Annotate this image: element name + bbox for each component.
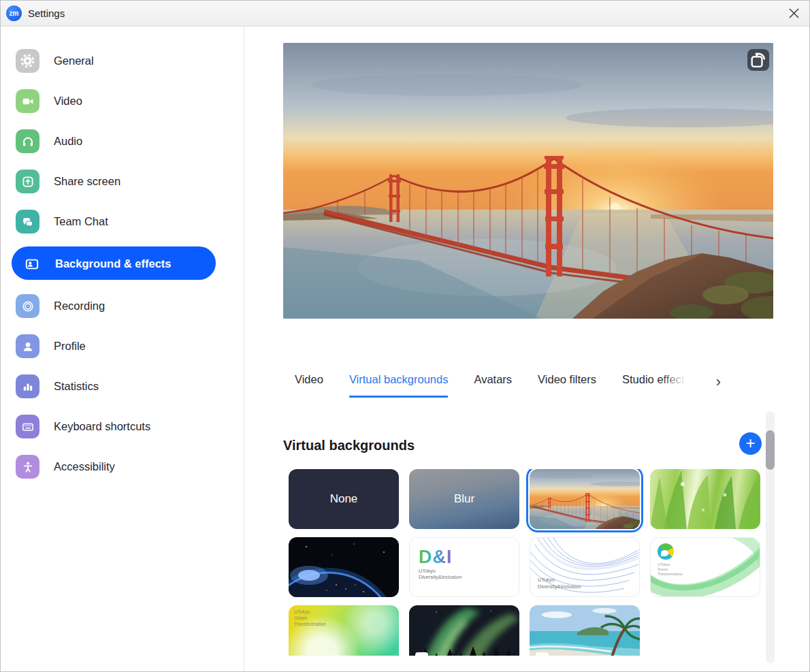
sidebar-item-label: Profile (54, 340, 86, 353)
sidebar: General Video Audio Share screen Team Ch (1, 27, 244, 672)
sidebar-item-background-effects[interactable]: Background & effects (1, 244, 244, 284)
sidebar-item-label: Team Chat (54, 215, 108, 228)
sidebar-item-audio[interactable]: Audio (1, 121, 244, 161)
sidebar-item-share-screen[interactable]: Share screen (1, 161, 244, 202)
sidebar-item-label: Keyboard shortcuts (54, 420, 150, 433)
bar-chart-icon (16, 374, 39, 398)
close-button[interactable] (778, 1, 809, 26)
sidebar-item-label: Background & effects (55, 257, 172, 270)
green-line: Green (658, 567, 683, 572)
virtual-backgrounds-header: Virtual backgrounds + (283, 432, 773, 462)
sidebar-item-team-chat[interactable]: Team Chat (1, 202, 244, 242)
record-icon (16, 294, 39, 318)
gear-icon (16, 49, 39, 73)
grass-thumbnail (650, 469, 760, 529)
chat-bubbles-icon (16, 210, 39, 234)
add-background-button[interactable]: + (739, 432, 762, 455)
utokyo-line: UTokyo (538, 577, 581, 583)
utokyo-green-logo-icon (658, 543, 674, 560)
background-tabs: Video Virtual backgrounds Avatars Video … (283, 365, 780, 398)
sidebar-item-keyboard-shortcuts[interactable]: Keyboard shortcuts (1, 406, 244, 447)
green-line: Green (294, 615, 326, 622)
utokyo-line: UTokyo (294, 609, 326, 615)
main-content: Video Virtual backgrounds Avatars Video … (244, 27, 810, 672)
tab-video[interactable]: Video (295, 373, 323, 398)
sidebar-item-general[interactable]: General (1, 41, 244, 81)
mirror-video-button[interactable] (747, 49, 769, 71)
keyboard-icon (16, 415, 39, 438)
golden-gate-thumbnail (530, 469, 640, 529)
chevron-right-icon[interactable]: › (716, 374, 721, 398)
vb-tile-grass[interactable] (650, 469, 760, 529)
utokyo-line: UTokyo (658, 562, 683, 567)
utokyo-line: UTokyo (419, 568, 461, 574)
headphones-icon (16, 129, 39, 153)
section-title: Virtual backgrounds (283, 438, 415, 453)
diversity-line: Diversity&Inclusion (419, 574, 461, 580)
tab-video-filters[interactable]: Video filters (538, 373, 596, 398)
sidebar-item-label: Audio (54, 135, 82, 148)
background-preview-image (283, 43, 773, 319)
green-arc-text-block: UTokyo Green Transformation (658, 562, 683, 577)
dni-logo-block: D&I UTokyo Diversity&Inclusion (419, 547, 461, 581)
sidebar-item-label: Statistics (54, 380, 99, 393)
tab-avatars[interactable]: Avatars (474, 373, 512, 398)
vb-tile-green-arc[interactable]: UTokyo Green Transformation (650, 537, 760, 597)
settings-window: zm Settings General Video Audio (0, 0, 810, 672)
diversity-line: Diversity&Inclusion (538, 583, 581, 590)
scrollbar-thumb[interactable] (766, 430, 775, 470)
close-icon (788, 7, 800, 19)
aurora-thumbnail (409, 605, 519, 656)
wave-text-block: UTokyo Diversity&Inclusion (538, 577, 581, 590)
vb-tile-green-transformation[interactable]: UTokyo Green Transformation (289, 605, 399, 656)
video-background-badge-icon (536, 652, 549, 656)
vb-tile-none[interactable]: None (289, 469, 399, 529)
vb-tile-beach[interactable] (530, 605, 640, 656)
accessibility-icon (16, 455, 39, 479)
background-effects-icon (20, 252, 44, 276)
zoom-logo-icon: zm (6, 5, 22, 21)
titlebar: zm Settings (1, 1, 809, 27)
video-camera-icon (16, 89, 39, 113)
transformation-line: Transformation (294, 622, 326, 628)
sidebar-item-statistics[interactable]: Statistics (1, 366, 244, 406)
tile-label: None (289, 469, 399, 529)
tile-label: Blur (409, 469, 519, 529)
sidebar-item-label: Recording (54, 300, 105, 313)
vb-tile-earth[interactable] (289, 537, 399, 597)
tab-studio-effects[interactable]: Studio effects (622, 373, 690, 398)
tab-studio-effects-clip: Studio effects (622, 373, 690, 398)
sidebar-item-label: Video (54, 95, 82, 108)
video-background-badge-icon (415, 652, 428, 656)
vb-tile-dni-logo[interactable]: D&I UTokyo Diversity&Inclusion (409, 537, 519, 597)
dni-logo-text: D&I (419, 547, 461, 568)
transformation-line: Transformation (658, 572, 683, 577)
earth-thumbnail (289, 537, 399, 597)
sidebar-item-accessibility[interactable]: Accessibility (1, 447, 244, 487)
vb-tile-blur[interactable]: Blur (409, 469, 519, 529)
vb-tile-golden-gate-selected[interactable] (530, 469, 640, 529)
profile-icon (16, 334, 39, 358)
sidebar-item-video[interactable]: Video (1, 81, 244, 121)
vb-tile-aurora[interactable] (409, 605, 519, 656)
sidebar-item-label: General (54, 54, 94, 67)
window-title: Settings (28, 7, 65, 19)
sidebar-item-label: Accessibility (54, 460, 115, 473)
mirror-icon (747, 49, 769, 71)
gx-text-block: UTokyo Green Transformation (294, 609, 326, 627)
vb-tile-wave[interactable]: UTokyo Diversity&Inclusion (530, 537, 640, 597)
sidebar-item-profile[interactable]: Profile (1, 326, 244, 366)
virtual-backgrounds-grid: None Blur (283, 469, 768, 656)
sidebar-item-label: Share screen (54, 175, 120, 188)
share-screen-icon (16, 170, 39, 193)
beach-thumbnail (530, 605, 640, 656)
sidebar-item-recording[interactable]: Recording (1, 286, 244, 326)
tab-virtual-backgrounds[interactable]: Virtual backgrounds (349, 373, 449, 398)
golden-gate-preview (283, 43, 773, 319)
